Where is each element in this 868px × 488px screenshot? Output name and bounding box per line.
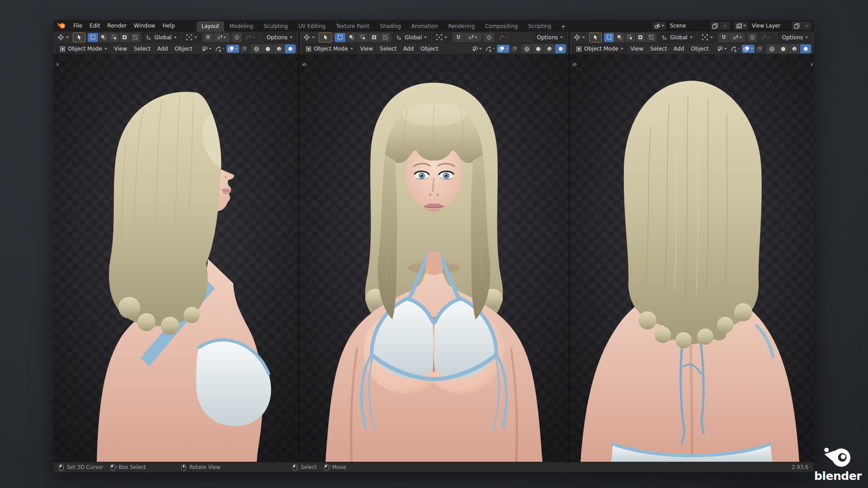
- shading-wireframe-button[interactable]: [521, 44, 532, 53]
- area-corner-handle-right[interactable]: ‹: [810, 61, 812, 68]
- tab-animation[interactable]: Animation: [406, 21, 443, 32]
- tool-options-dropdown[interactable]: Options: [533, 33, 566, 42]
- falloff-dropdown[interactable]: [495, 33, 512, 42]
- add-menu[interactable]: Add: [400, 46, 417, 52]
- snap-settings-dropdown[interactable]: [464, 33, 481, 42]
- shading-wireframe-button[interactable]: [251, 44, 262, 53]
- proportional-editing-toggle[interactable]: [484, 33, 495, 42]
- select-mode-subtract[interactable]: [357, 33, 368, 42]
- select-menu[interactable]: Select: [131, 46, 154, 52]
- menu-window[interactable]: Window: [130, 20, 159, 32]
- gizmos-dropdown[interactable]: [484, 45, 496, 53]
- add-menu[interactable]: Add: [154, 46, 171, 52]
- active-tool-dropdown[interactable]: [572, 33, 587, 42]
- select-mode-invert[interactable]: [120, 33, 130, 42]
- object-menu[interactable]: Object: [688, 46, 712, 52]
- tab-scripting[interactable]: Scripting: [523, 21, 557, 32]
- view-layer-name-field[interactable]: View Layer: [748, 22, 792, 30]
- view-layer-delete-button[interactable]: ×: [802, 22, 811, 30]
- tab-layout[interactable]: Layout: [197, 21, 225, 32]
- pivot-point-dropdown[interactable]: [433, 33, 451, 42]
- gizmos-dropdown[interactable]: [729, 45, 741, 53]
- active-tool-dropdown[interactable]: [302, 33, 316, 42]
- pivot-point-dropdown[interactable]: [698, 33, 717, 42]
- select-box-tool-button[interactable]: [589, 33, 602, 42]
- select-menu[interactable]: Select: [377, 46, 400, 52]
- tab-texture-paint[interactable]: Texture Paint: [331, 21, 375, 32]
- overlays-dropdown[interactable]: [497, 45, 509, 53]
- select-mode-subtract[interactable]: [109, 33, 119, 42]
- snap-toggle-button[interactable]: [719, 33, 729, 42]
- select-mode-extend[interactable]: [346, 33, 357, 42]
- select-mode-set[interactable]: [88, 33, 98, 42]
- add-workspace-button[interactable]: +: [557, 22, 570, 32]
- select-mode-invert[interactable]: [636, 33, 646, 42]
- view-layer-browse-button[interactable]: [734, 22, 748, 30]
- transform-orientation-dropdown[interactable]: Global: [393, 33, 430, 42]
- area-corner-handle[interactable]: ‹›: [572, 61, 576, 68]
- menu-render[interactable]: Render: [104, 20, 130, 32]
- shading-solid-button[interactable]: [533, 44, 543, 53]
- shading-solid-button[interactable]: [262, 44, 273, 53]
- snap-toggle-button[interactable]: [453, 33, 464, 42]
- show-object-types-dropdown[interactable]: [470, 45, 483, 53]
- scene-browse-button[interactable]: [652, 22, 666, 30]
- shading-material-button[interactable]: [789, 44, 800, 53]
- tool-options-dropdown[interactable]: Options: [778, 33, 811, 42]
- xray-toggle[interactable]: [755, 45, 764, 53]
- scene-new-button[interactable]: [710, 22, 720, 30]
- viewport-canvas[interactable]: ‹› ‹: [570, 55, 814, 462]
- scene-delete-button[interactable]: ×: [720, 22, 730, 30]
- overlays-dropdown[interactable]: [226, 45, 239, 53]
- select-box-tool-button[interactable]: [73, 33, 85, 42]
- xray-toggle[interactable]: [240, 45, 249, 53]
- shading-wireframe-button[interactable]: [766, 44, 777, 53]
- menu-help[interactable]: Help: [159, 20, 178, 32]
- view-menu[interactable]: View: [111, 46, 130, 52]
- view-layer-new-button[interactable]: [792, 22, 802, 30]
- shading-material-button[interactable]: [274, 44, 284, 53]
- mode-dropdown[interactable]: Object Mode: [56, 44, 111, 54]
- gizmos-dropdown[interactable]: [213, 45, 226, 53]
- menu-file[interactable]: File: [70, 20, 86, 32]
- 3d-viewport-front[interactable]: Global Options Object Mode View Select A: [299, 32, 569, 462]
- transform-orientation-dropdown[interactable]: Global: [658, 33, 696, 42]
- pivot-point-dropdown[interactable]: [183, 33, 201, 42]
- shading-rendered-button[interactable]: [800, 44, 811, 53]
- area-corner-handle[interactable]: ‹›: [302, 61, 305, 68]
- select-mode-set[interactable]: [604, 33, 614, 42]
- tab-sculpting[interactable]: Sculpting: [259, 21, 293, 32]
- snap-settings-dropdown[interactable]: [729, 33, 745, 42]
- select-menu[interactable]: Select: [647, 46, 670, 52]
- shading-rendered-button[interactable]: [555, 44, 566, 53]
- object-menu[interactable]: Object: [417, 46, 441, 52]
- proportional-editing-toggle[interactable]: [232, 33, 242, 42]
- select-mode-set[interactable]: [335, 33, 345, 42]
- show-object-types-dropdown[interactable]: [715, 45, 728, 53]
- shading-rendered-button[interactable]: [285, 44, 296, 53]
- tab-rendering[interactable]: Rendering: [443, 21, 480, 32]
- select-mode-subtract[interactable]: [625, 33, 635, 42]
- mode-dropdown[interactable]: Object Mode: [572, 44, 627, 54]
- select-mode-invert[interactable]: [368, 33, 379, 42]
- overlays-dropdown[interactable]: [742, 45, 755, 53]
- menu-edit[interactable]: Edit: [86, 20, 104, 32]
- falloff-dropdown[interactable]: [758, 33, 774, 42]
- object-menu[interactable]: Object: [171, 46, 195, 52]
- select-mode-intersect[interactable]: [646, 33, 656, 42]
- tab-modeling[interactable]: Modeling: [225, 21, 259, 32]
- viewport-canvas[interactable]: ‹› ‹: [53, 55, 298, 462]
- transform-orientation-dropdown[interactable]: Global: [142, 33, 180, 42]
- viewport-canvas[interactable]: ‹› ‹: [299, 55, 569, 462]
- add-menu[interactable]: Add: [670, 46, 687, 52]
- tab-compositing[interactable]: Compositing: [480, 21, 523, 32]
- snap-settings-dropdown[interactable]: [213, 33, 230, 42]
- select-mode-extend[interactable]: [614, 33, 624, 42]
- active-tool-dropdown[interactable]: [56, 33, 71, 42]
- proportional-editing-toggle[interactable]: [747, 33, 757, 42]
- tool-options-dropdown[interactable]: Options: [263, 33, 296, 42]
- snap-toggle-button[interactable]: [203, 33, 213, 42]
- view-menu[interactable]: View: [627, 46, 646, 52]
- scene-name-field[interactable]: Scene: [666, 22, 710, 30]
- tab-uv-editing[interactable]: UV Editing: [293, 21, 331, 32]
